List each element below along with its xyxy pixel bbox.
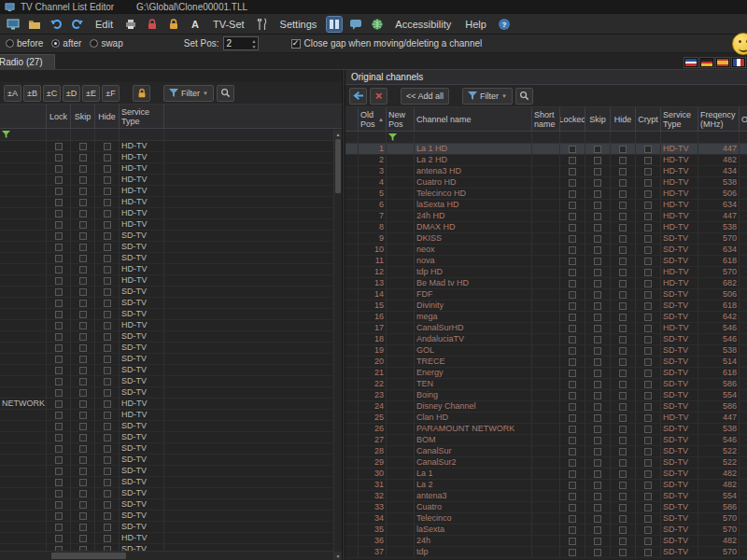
hide-checkbox[interactable] — [611, 144, 636, 154]
lock-checkbox[interactable] — [47, 186, 71, 196]
hide-checkbox[interactable] — [611, 267, 636, 277]
hide-checkbox[interactable] — [611, 323, 636, 333]
menu-help[interactable]: Help — [461, 17, 490, 32]
locked-checkbox[interactable] — [560, 177, 585, 188]
hide-checkbox[interactable] — [611, 491, 636, 501]
col-header-service-type[interactable]: Service Type — [120, 105, 164, 128]
hide-checkbox[interactable] — [611, 502, 636, 512]
red-lock-icon[interactable] — [145, 17, 160, 32]
radio-after[interactable]: after — [51, 38, 81, 49]
lock-checkbox[interactable] — [47, 331, 71, 342]
hide-checkbox[interactable] — [95, 298, 120, 308]
col-header-skip[interactable]: Skip — [585, 107, 611, 131]
hide-checkbox[interactable] — [95, 253, 120, 263]
skip-checkbox[interactable] — [71, 152, 95, 162]
tv-icon[interactable] — [6, 17, 21, 32]
hide-checkbox[interactable] — [611, 256, 636, 266]
original-channel-row[interactable]: 24 Disney Channel SD-TV 586 — [345, 401, 747, 413]
locked-checkbox[interactable] — [560, 245, 585, 255]
crypt-checkbox[interactable] — [636, 256, 661, 266]
lock-checkbox[interactable] — [47, 219, 71, 230]
menu-tv-set[interactable]: TV-Set — [209, 17, 248, 32]
crypt-checkbox[interactable] — [636, 536, 661, 546]
left-channel-row[interactable]: SD-TV — [0, 511, 342, 522]
hide-checkbox[interactable] — [95, 219, 120, 230]
skip-checkbox[interactable] — [71, 331, 95, 342]
hide-checkbox[interactable] — [95, 242, 120, 252]
lock-checkbox[interactable] — [47, 309, 71, 319]
hide-checkbox[interactable] — [611, 390, 636, 400]
crypt-checkbox[interactable] — [636, 155, 661, 165]
left-channel-row[interactable]: SD-TV — [0, 309, 342, 320]
hide-checkbox[interactable] — [611, 446, 636, 456]
skip-checkbox[interactable] — [71, 443, 95, 454]
locked-checkbox[interactable] — [560, 323, 585, 333]
locked-checkbox[interactable] — [560, 401, 585, 412]
font-icon[interactable]: A — [188, 17, 203, 32]
left-channel-row[interactable]: SD-TV — [0, 455, 342, 466]
skip-checkbox[interactable] — [71, 163, 95, 174]
hide-checkbox[interactable] — [611, 334, 636, 344]
original-channel-row[interactable]: 22 TEN SD-TV 586 — [345, 379, 747, 390]
crypt-checkbox[interactable] — [636, 390, 661, 400]
flag-fr-icon[interactable] — [732, 58, 745, 67]
skip-checkbox[interactable] — [71, 533, 95, 543]
left-horizontal-scrollbar[interactable] — [0, 551, 333, 560]
crypt-checkbox[interactable] — [636, 469, 661, 479]
crypt-checkbox[interactable] — [636, 502, 661, 512]
crypt-checkbox[interactable] — [636, 513, 661, 524]
left-channel-row[interactable]: HD-TV — [0, 275, 342, 287]
original-channel-row[interactable]: 34 Telecinco SD-TV 570 — [345, 513, 747, 525]
lock-checkbox[interactable] — [47, 343, 71, 353]
original-channel-row[interactable]: 7 24h HD HD-TV 447 — [345, 211, 747, 222]
crypt-checkbox[interactable] — [636, 312, 661, 322]
skip-checkbox[interactable] — [585, 211, 611, 221]
crypt-checkbox[interactable] — [636, 334, 661, 344]
locked-checkbox[interactable] — [560, 457, 585, 468]
skip-checkbox[interactable] — [71, 309, 95, 319]
skip-checkbox[interactable] — [585, 424, 611, 434]
skip-checkbox[interactable] — [585, 155, 611, 165]
crypt-checkbox[interactable] — [636, 491, 661, 501]
hide-checkbox[interactable] — [95, 354, 120, 364]
hide-checkbox[interactable] — [95, 387, 120, 398]
redo-icon[interactable] — [70, 17, 85, 32]
skip-checkbox[interactable] — [71, 242, 95, 252]
scroll-up-icon[interactable]: ▲ — [334, 130, 342, 138]
original-channel-row[interactable]: 5 Telecinco HD HD-TV 506 — [345, 189, 747, 200]
locked-checkbox[interactable] — [560, 334, 585, 344]
lock-checkbox[interactable] — [47, 488, 71, 498]
original-channel-row[interactable]: 31 La 2 SD-TV 482 — [345, 480, 747, 491]
lock-checkbox[interactable] — [47, 298, 71, 308]
skip-checkbox[interactable] — [71, 231, 95, 241]
crypt-checkbox[interactable] — [636, 189, 661, 199]
hide-checkbox[interactable] — [95, 275, 120, 286]
crypt-checkbox[interactable] — [636, 547, 661, 557]
favorite-toggle-button[interactable]: ±A — [4, 85, 21, 102]
crypt-checkbox[interactable] — [636, 267, 661, 277]
comments-icon[interactable] — [348, 17, 363, 32]
hide-checkbox[interactable] — [611, 301, 636, 311]
lock-button[interactable] — [133, 85, 150, 102]
left-channel-row[interactable]: SD-TV — [0, 522, 342, 533]
skip-checkbox[interactable] — [585, 278, 611, 288]
hide-checkbox[interactable] — [95, 331, 120, 342]
original-channel-row[interactable]: 15 Divinity SD-TV 618 — [345, 301, 747, 312]
undo-icon[interactable] — [49, 17, 63, 32]
left-channel-row[interactable]: HD-TV — [0, 264, 342, 275]
left-channel-row[interactable]: HD-TV — [0, 163, 342, 175]
hide-checkbox[interactable] — [95, 533, 120, 543]
add-all-button[interactable]: << Add all — [401, 88, 449, 105]
locked-checkbox[interactable] — [560, 301, 585, 311]
col-header-hide[interactable]: Hide — [611, 107, 636, 131]
crypt-checkbox[interactable] — [636, 525, 661, 535]
col-header-new-pos[interactable]: New Pos — [387, 107, 415, 131]
locked-checkbox[interactable] — [560, 200, 585, 210]
col-header-lock[interactable]: Lock — [47, 105, 71, 128]
skip-checkbox[interactable] — [71, 197, 95, 207]
skip-checkbox[interactable] — [585, 144, 611, 154]
skip-checkbox[interactable] — [71, 141, 95, 151]
locked-checkbox[interactable] — [560, 491, 585, 501]
left-search-button[interactable] — [217, 85, 234, 102]
crypt-checkbox[interactable] — [636, 301, 661, 311]
